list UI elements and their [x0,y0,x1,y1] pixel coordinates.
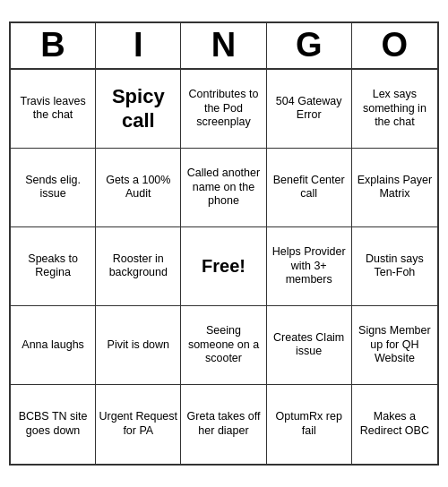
bingo-cell-21: Urgent Request for PA [96,385,181,464]
bingo-cell-19: Signs Member up for QH Website [352,306,437,385]
bingo-card: BINGO Travis leaves the chatSpicy callCo… [9,21,439,466]
bingo-cell-15: Anna laughs [11,306,96,385]
bingo-cell-12: Free! [181,227,266,306]
bingo-cell-7: Called another name on the phone [181,149,266,227]
bingo-letter-b: B [11,23,96,68]
bingo-cell-17: Seeing someone on a scooter [181,306,266,385]
bingo-cell-3: 504 Gateway Error [267,70,352,149]
bingo-cell-16: Pivit is down [96,306,181,385]
bingo-cell-6: Gets a 100% Audit [96,149,181,227]
bingo-cell-18: Creates Claim issue [267,306,352,385]
bingo-letter-g: G [267,23,352,68]
bingo-cell-22: Greta takes off her diaper [181,385,266,464]
bingo-cell-11: Rooster in background [96,227,181,306]
bingo-letter-o: O [352,23,437,68]
bingo-header: BINGO [11,23,437,70]
bingo-cell-13: Helps Provider with 3+ members [267,227,352,306]
bingo-letter-n: N [181,23,266,68]
bingo-cell-5: Sends elig. issue [11,149,96,227]
bingo-cell-4: Lex says something in the chat [352,70,437,149]
bingo-cell-2: Contributes to the Pod screenplay [181,70,266,149]
bingo-cell-24: Makes a Redirect OBC [352,385,437,464]
bingo-cell-10: Speaks to Regina [11,227,96,306]
bingo-letter-i: I [96,23,181,68]
bingo-grid: Travis leaves the chatSpicy callContribu… [11,70,437,464]
bingo-cell-1: Spicy call [96,70,181,149]
bingo-cell-23: OptumRx rep fail [267,385,352,464]
bingo-cell-0: Travis leaves the chat [11,70,96,149]
bingo-cell-20: BCBS TN site goes down [11,385,96,464]
bingo-cell-8: Benefit Center call [267,149,352,227]
bingo-cell-9: Explains Payer Matrix [352,149,437,227]
bingo-cell-14: Dustin says Ten-Foh [352,227,437,306]
